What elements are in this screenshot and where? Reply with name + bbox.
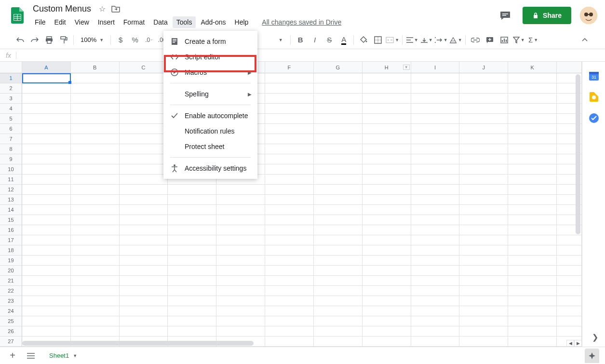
cell[interactable] xyxy=(314,276,363,286)
cell[interactable] xyxy=(216,316,265,326)
cell[interactable] xyxy=(168,296,216,306)
cell[interactable] xyxy=(411,164,460,175)
cell[interactable] xyxy=(168,215,216,225)
row-header-11[interactable]: 11 xyxy=(0,175,22,185)
menu-item-protect-sheet[interactable]: Protect sheet xyxy=(163,139,257,154)
bold-button[interactable]: B xyxy=(294,33,307,47)
cell[interactable] xyxy=(459,286,508,296)
cell[interactable] xyxy=(120,175,168,185)
text-wrap-button[interactable]: ▼ xyxy=(434,33,448,47)
cell[interactable] xyxy=(265,245,314,256)
cell[interactable] xyxy=(363,94,411,104)
cell[interactable] xyxy=(22,144,71,154)
column-header-K[interactable]: K xyxy=(508,62,557,73)
cell[interactable] xyxy=(459,185,508,195)
cell[interactable] xyxy=(120,215,168,225)
cell[interactable] xyxy=(411,195,460,205)
cell[interactable] xyxy=(120,225,168,235)
cell[interactable] xyxy=(314,205,363,215)
cell[interactable] xyxy=(71,134,120,144)
cell[interactable] xyxy=(314,306,363,316)
menu-format[interactable]: Format xyxy=(120,16,148,28)
row-header-14[interactable]: 14 xyxy=(0,205,22,215)
cell[interactable] xyxy=(120,154,168,164)
cell[interactable] xyxy=(120,296,168,306)
cell[interactable] xyxy=(216,306,265,316)
cell[interactable] xyxy=(216,266,265,276)
menu-file[interactable]: File xyxy=(31,16,50,28)
cell[interactable] xyxy=(508,185,557,195)
cell[interactable] xyxy=(22,276,71,286)
scroll-left-button[interactable]: ◀ xyxy=(566,340,574,347)
cell[interactable] xyxy=(314,286,363,296)
cell[interactable] xyxy=(71,256,120,266)
cell[interactable] xyxy=(71,144,120,154)
row-header-1[interactable]: 1 xyxy=(0,73,22,83)
cell[interactable] xyxy=(508,154,557,164)
text-color-button[interactable]: A xyxy=(337,33,350,47)
menu-help[interactable]: Help xyxy=(231,16,253,28)
cell[interactable] xyxy=(508,225,557,235)
cell[interactable] xyxy=(265,286,314,296)
row-header-23[interactable]: 23 xyxy=(0,296,22,306)
star-icon[interactable]: ☆ xyxy=(99,4,106,13)
cell[interactable] xyxy=(120,276,168,286)
percent-button[interactable]: % xyxy=(128,33,142,47)
cell[interactable] xyxy=(314,245,363,256)
column-header-J[interactable]: J xyxy=(459,62,508,73)
scroll-right-button[interactable]: ▶ xyxy=(574,340,582,347)
insert-comment-button[interactable] xyxy=(483,33,497,47)
cell[interactable] xyxy=(265,164,314,175)
cell[interactable] xyxy=(363,276,411,286)
cell[interactable] xyxy=(71,94,120,104)
cell[interactable] xyxy=(459,144,508,154)
cell[interactable] xyxy=(265,316,314,326)
cell[interactable] xyxy=(22,124,71,134)
cell[interactable] xyxy=(314,104,363,114)
cell[interactable] xyxy=(314,94,363,104)
cell[interactable] xyxy=(71,124,120,134)
cell[interactable] xyxy=(265,154,314,164)
cell[interactable] xyxy=(459,195,508,205)
cell[interactable] xyxy=(168,316,216,326)
borders-button[interactable] xyxy=(371,33,385,47)
cell[interactable] xyxy=(22,266,71,276)
cell[interactable] xyxy=(314,114,363,124)
cell[interactable] xyxy=(459,134,508,144)
row-header-16[interactable]: 16 xyxy=(0,225,22,235)
cell[interactable] xyxy=(314,134,363,144)
cell[interactable] xyxy=(168,195,216,205)
cell[interactable] xyxy=(459,114,508,124)
select-all-corner[interactable] xyxy=(0,62,22,73)
cell[interactable] xyxy=(411,215,460,225)
cell[interactable] xyxy=(168,256,216,266)
row-header-4[interactable]: 4 xyxy=(0,104,22,114)
cell[interactable] xyxy=(120,286,168,296)
cell[interactable] xyxy=(508,73,557,83)
column-header-I[interactable]: I xyxy=(411,62,460,73)
calendar-icon[interactable]: 31 xyxy=(589,70,599,81)
cell[interactable] xyxy=(459,83,508,94)
cell[interactable] xyxy=(314,144,363,154)
cell[interactable] xyxy=(363,225,411,235)
cell[interactable] xyxy=(411,83,460,94)
cell[interactable] xyxy=(265,185,314,195)
cell[interactable] xyxy=(459,245,508,256)
cell[interactable] xyxy=(265,215,314,225)
cell[interactable] xyxy=(216,286,265,296)
cell[interactable] xyxy=(265,296,314,306)
cell[interactable] xyxy=(363,164,411,175)
row-header-24[interactable]: 24 xyxy=(0,306,22,316)
column-header-G[interactable]: G xyxy=(314,62,363,73)
cell[interactable] xyxy=(314,225,363,235)
cell[interactable] xyxy=(120,164,168,175)
cell[interactable] xyxy=(459,94,508,104)
row-header-13[interactable]: 13 xyxy=(0,195,22,205)
cell[interactable] xyxy=(265,73,314,83)
cell[interactable] xyxy=(459,124,508,134)
row-header-8[interactable]: 8 xyxy=(0,144,22,154)
cell[interactable] xyxy=(459,306,508,316)
cell[interactable] xyxy=(168,266,216,276)
row-header-12[interactable]: 12 xyxy=(0,185,22,195)
cell[interactable] xyxy=(22,185,71,195)
